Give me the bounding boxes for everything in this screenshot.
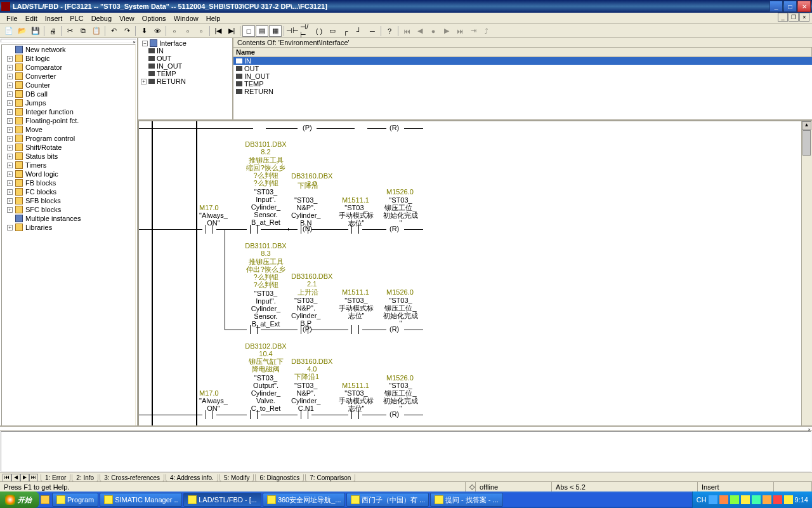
tray-icon[interactable] — [741, 495, 750, 504]
sidebar-item[interactable]: +Status bits — [2, 152, 135, 161]
scroll-thumb[interactable] — [802, 130, 811, 156]
coil[interactable]: (N) — [303, 225, 312, 232]
menu-edit[interactable]: Edit — [22, 15, 41, 22]
start-button[interactable]: 开始 — [0, 491, 39, 508]
interface-item[interactable]: TEMP — [233, 80, 812, 88]
expand-icon[interactable]: + — [7, 83, 13, 88]
close-button[interactable]: ✕ — [797, 1, 811, 12]
coil[interactable]: (P) — [303, 124, 312, 131]
tray-icon[interactable] — [763, 495, 771, 504]
sidebar-item[interactable]: +Floating-point fct. — [2, 116, 135, 125]
coil-icon[interactable]: ( ) — [313, 25, 325, 37]
quicklaunch-icon[interactable] — [41, 495, 49, 504]
expand-icon[interactable]: + — [7, 163, 13, 168]
interface-item[interactable]: IN_OUT — [233, 72, 812, 80]
expand-icon[interactable]: + — [7, 127, 13, 133]
doc-close[interactable]: × — [799, 13, 809, 22]
tray-icon[interactable] — [719, 495, 728, 504]
expand-icon[interactable]: + — [7, 74, 13, 79]
sidebar-item[interactable]: +Comparator — [2, 63, 135, 72]
expand-icon[interactable]: + — [141, 79, 147, 84]
view1-icon[interactable]: □ — [242, 25, 255, 37]
taskbar-button[interactable]: SIMATIC Manager ... — [100, 493, 182, 507]
expand-icon[interactable]: + — [7, 207, 13, 213]
expand-icon[interactable]: + — [7, 91, 13, 97]
interface-item[interactable]: OUT — [233, 65, 812, 72]
goto-next-icon[interactable]: ▶| — [225, 25, 238, 37]
branch-close-icon[interactable]: ┘ — [353, 25, 365, 37]
menu-plc[interactable]: PLC — [66, 15, 87, 22]
open-icon[interactable]: 📂 — [16, 25, 29, 37]
doc-minimize[interactable]: _ — [778, 13, 788, 22]
maximize-button[interactable]: □ — [783, 1, 797, 12]
cut-icon[interactable]: ✂ — [63, 25, 76, 37]
nav-y-icon[interactable]: ⤴ — [480, 25, 493, 37]
expand-icon[interactable]: + — [7, 65, 13, 70]
collapse-icon[interactable]: − — [142, 41, 148, 46]
scroll-up-icon[interactable]: ▲ — [802, 121, 811, 130]
output-tab[interactable]: 5: Modify — [219, 474, 254, 482]
nav-stop-icon[interactable]: ● — [427, 25, 440, 37]
sidebar-item[interactable]: +Move — [2, 125, 135, 134]
sidebar-item[interactable]: +FC blocks — [2, 187, 135, 196]
output-content[interactable] — [1, 431, 811, 472]
interface-tree[interactable]: −Interface INOUTIN_OUTTEMP+RETURN — [138, 38, 233, 119]
sidebar-item[interactable]: Multiple instances — [2, 214, 135, 223]
interface-tree-item[interactable]: TEMP — [140, 70, 231, 77]
expand-icon[interactable]: + — [7, 171, 13, 177]
taskbar-button[interactable]: 西门子（中国）有 ... — [346, 493, 429, 507]
expand-icon[interactable]: + — [7, 136, 13, 142]
contact-no-icon[interactable]: ⊣⊢ — [286, 25, 299, 37]
new-icon[interactable]: 📄 — [3, 25, 15, 37]
menu-view[interactable]: View — [115, 15, 138, 22]
tray-icon[interactable] — [773, 495, 782, 504]
expand-icon[interactable]: + — [7, 145, 13, 150]
minimize-button[interactable]: _ — [769, 1, 783, 12]
tb-b[interactable]: ▫ — [181, 25, 194, 37]
output-tab[interactable]: 7: Comparison — [305, 474, 355, 482]
taskbar-button[interactable]: 提问 - 找答案 - ... — [430, 493, 503, 507]
expand-icon[interactable]: + — [7, 198, 13, 204]
element-tree[interactable]: New network+Bit logic+Comparator+Convert… — [1, 44, 136, 458]
output-tab[interactable]: 3: Cross-references — [100, 474, 164, 482]
interface-tree-item[interactable]: OUT — [140, 55, 231, 62]
menu-file[interactable]: File — [3, 15, 22, 22]
interface-tree-item[interactable]: +RETURN — [140, 77, 231, 85]
nav-prev-icon[interactable]: ◀ — [414, 25, 426, 37]
expand-icon[interactable]: + — [7, 154, 13, 159]
interface-tree-item[interactable]: IN — [140, 47, 231, 55]
nav-next-icon[interactable]: ▶ — [440, 25, 453, 37]
tray-icon[interactable] — [784, 495, 793, 504]
contact-nc-icon[interactable]: ⊣/⊢ — [299, 25, 312, 37]
output-close-icon[interactable]: × — [808, 427, 811, 430]
save-icon[interactable]: 💾 — [29, 25, 42, 37]
help-cursor-icon[interactable]: ? — [383, 25, 396, 37]
output-tab[interactable]: 6: Diagnostics — [255, 474, 304, 482]
view3-icon[interactable]: ▦ — [269, 25, 282, 37]
conn-icon[interactable]: ─ — [366, 25, 379, 37]
expand-icon[interactable]: + — [7, 100, 13, 106]
interface-item[interactable]: RETURN — [233, 88, 812, 95]
nav-first-icon[interactable]: ⏮ — [400, 25, 413, 37]
sidebar-item[interactable]: +Converter — [2, 72, 135, 81]
tb-a[interactable]: ▫ — [168, 25, 181, 37]
tray-icon[interactable] — [752, 495, 761, 504]
expand-icon[interactable]: + — [7, 56, 13, 62]
expand-icon[interactable]: + — [7, 118, 13, 124]
sidebar-item[interactable]: +SFB blocks — [2, 196, 135, 205]
download-icon[interactable]: ⬇ — [138, 25, 150, 37]
copy-icon[interactable]: ⧉ — [77, 25, 89, 37]
menu-insert[interactable]: Insert — [41, 15, 67, 22]
sidebar-item[interactable]: +Timers — [2, 161, 135, 170]
print-icon[interactable]: 🖨 — [46, 25, 59, 37]
sidebar-item[interactable]: +Integer function — [2, 107, 135, 116]
nav-x-icon[interactable]: ⇥ — [467, 25, 480, 37]
interface-list[interactable]: INOUTIN_OUTTEMPRETURN — [233, 57, 812, 119]
coil[interactable]: (R) — [390, 410, 399, 418]
output-tab[interactable]: 1: Error — [41, 474, 70, 482]
coil[interactable]: (P) — [303, 325, 312, 333]
expand-icon[interactable]: + — [7, 109, 13, 115]
menu-help[interactable]: Help — [202, 15, 225, 22]
monitor-icon[interactable]: 👁 — [151, 25, 164, 37]
menu-options[interactable]: Options — [138, 15, 170, 22]
